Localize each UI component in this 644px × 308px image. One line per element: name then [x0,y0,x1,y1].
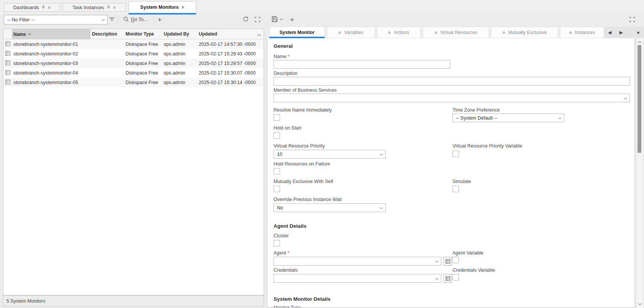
record-icon [5,70,10,76]
simulate-checkbox[interactable] [452,186,459,192]
agent-variable-checkbox[interactable] [452,257,459,263]
hold-resources-on-failure-label: Hold Resources on Failure [274,161,330,167]
name-label: Name* [274,54,290,59]
mutually-exclusive-with-self-label: Mutually Exclusive With Self [274,179,333,184]
tab-scroll-right-icon[interactable]: ▶ [615,30,627,35]
resolve-name-immediately-checkbox[interactable] [274,114,280,121]
tab-actions[interactable]: Actions [377,27,420,38]
tab-mutually-exclusive[interactable]: Mutually Exclusive [491,27,558,38]
tab-system-monitor[interactable]: System Monitor [269,27,325,38]
add-filter-button[interactable]: + [158,16,162,23]
time-zone-preference-select[interactable]: -- System Default -- [452,113,564,122]
tab-scroll-left-icon[interactable]: ◀ [604,30,615,35]
table-row[interactable]: stonebranch-systemmonitor-04 Diskspace F… [3,68,264,78]
tab-dot-icon [388,31,391,34]
table-row[interactable]: stonebranch-systemmonitor-02 Diskspace F… [3,49,264,58]
agent-select[interactable] [274,257,441,266]
tab-label: Task Instances [72,5,104,10]
agent-lookup-icon[interactable] [444,257,452,266]
column-header-updated[interactable]: Updated [197,29,264,39]
pin-icon[interactable] [107,5,110,10]
tab-instances[interactable]: Instances [560,27,604,38]
filter-value: -- No Filter -- [7,17,34,23]
credentials-lookup-icon[interactable] [444,274,452,283]
record-count: 5 System Monitors [6,298,45,304]
tab-list-icon[interactable]: ▼ [633,30,644,36]
tab-dashboards[interactable]: Dashboards × [4,3,60,12]
close-icon[interactable]: × [113,5,116,10]
cell-monitor-type: Diskspace Free [124,78,162,87]
name-field[interactable] [274,60,450,69]
column-header-monitor-type[interactable]: Monitor Type [124,29,162,39]
tab-variables[interactable]: Variables [327,27,375,38]
credentials-variable-checkbox[interactable] [452,274,459,280]
agent-variable-label: Agent Variable [452,250,483,256]
cell-updated: 2025-02-17 15:30:14 -0500 [197,78,264,87]
goto-button[interactable]: Go To... [131,17,148,22]
new-record-button[interactable]: + [290,16,294,23]
cell-name: stonebranch-systemmonitor-02 [12,49,90,58]
cluster-checkbox[interactable] [274,240,280,246]
icon-column-header[interactable] [3,29,12,39]
hold-resources-on-failure-checkbox[interactable] [274,168,280,175]
cell-updated: 2025-02-17 15:29:57 -0500 [197,58,264,68]
tab-virtual-resources[interactable]: Virtual Resources [423,27,489,38]
column-header-description[interactable]: Description [90,29,124,39]
chevron-down-icon [558,115,562,121]
pin-icon[interactable] [42,5,45,10]
monitor-type-label: Monitor Type [274,305,301,308]
table-row[interactable]: stonebranch-systemmonitor-05 Diskspace F… [3,78,264,87]
mutually-exclusive-with-self-checkbox[interactable] [274,186,280,192]
cell-updated: 2025-02-17 14:57:30 -0500 [197,39,264,49]
cell-monitor-type: Diskspace Free [124,39,162,49]
close-icon[interactable]: × [181,5,184,10]
table-row[interactable]: stonebranch-systemmonitor-01 Diskspace F… [3,39,264,49]
override-previous-instance-wait-label: Override Previous Instance Wait [274,197,342,202]
virtual-resource-priority-select[interactable]: 10 [274,150,386,159]
cell-description [90,39,124,49]
tab-task-instances[interactable]: Task Instances × [63,3,126,12]
chevron-down-icon [380,152,383,157]
scrollbar-down-icon[interactable] [636,301,643,307]
override-previous-instance-wait-select[interactable]: No [274,203,386,212]
save-icon[interactable] [272,16,278,22]
refresh-icon[interactable] [243,16,249,22]
virtual-resource-priority-variable-checkbox[interactable] [452,151,459,157]
description-label: Description [274,71,298,76]
required-marker: * [288,250,290,256]
scrollbar-up-icon[interactable] [636,39,643,45]
section-agent-details: Agent Details [274,223,306,229]
cell-monitor-type: Diskspace Free [124,49,162,58]
description-field[interactable] [274,77,630,86]
chevron-down-icon [435,259,439,264]
toolbar-separator [118,16,118,24]
list-header-row: Name Description Monitor Type Updated By… [3,29,264,39]
column-header-name[interactable]: Name [12,29,90,39]
cell-updated: 2025-02-17 15:30:07 -0500 [197,68,264,78]
cell-updated-by: ops.admin [162,58,197,68]
cell-name: stonebranch-systemmonitor-04 [12,68,90,78]
section-general: General [274,43,293,49]
table-row[interactable]: stonebranch-systemmonitor-03 Diskspace F… [3,58,264,68]
scrollbar-thumb[interactable] [638,45,641,153]
cell-updated-by: ops.admin [162,49,197,58]
credentials-select[interactable] [274,274,441,283]
column-header-updated-by[interactable]: Updated By [162,29,197,39]
chevron-down-icon [101,17,105,23]
cluster-label: Cluster [274,233,289,238]
filter-icon[interactable] [109,17,115,22]
close-icon[interactable]: × [48,5,51,10]
record-icon [5,60,10,66]
section-system-monitor-details: System Monitor Details [274,296,330,302]
save-menu-chevron-icon[interactable] [280,18,283,21]
system-monitor-form: General Name* Description Member of Busi… [267,38,635,308]
hold-on-start-checkbox[interactable] [274,132,280,139]
filter-dropdown[interactable]: -- No Filter -- [4,15,108,24]
collapse-column-icon[interactable] [257,32,261,37]
vertical-scrollbar[interactable] [636,38,643,308]
cell-updated-by: ops.admin [162,78,197,87]
member-of-business-services-select[interactable] [274,94,630,102]
expand-detail-icon[interactable] [630,17,635,22]
tab-system-monitors[interactable]: System Monitors × [129,1,196,13]
expand-list-icon[interactable] [255,17,260,22]
